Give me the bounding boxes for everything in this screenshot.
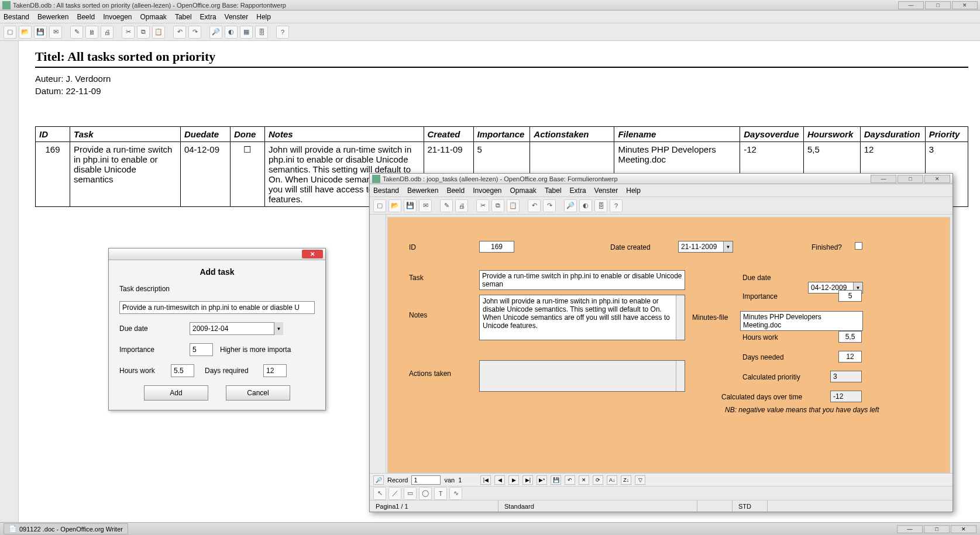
scrollbar[interactable] (676, 361, 685, 391)
desc-input[interactable] (119, 301, 315, 314)
tb-min-icon[interactable]: — (897, 525, 923, 533)
paste-icon[interactable]: 📋 (507, 199, 520, 212)
form-canvas[interactable]: ID 169 Date created 21-11-2009▼ Finished… (387, 217, 950, 473)
hours-input[interactable] (171, 364, 194, 377)
menu-venster[interactable]: Venster (225, 13, 249, 21)
prev-record-icon[interactable]: ◀ (494, 475, 505, 485)
new-icon[interactable]: ▢ (373, 199, 386, 212)
undo-icon[interactable]: ↶ (528, 199, 541, 212)
days-input[interactable] (263, 364, 287, 377)
rect-icon[interactable]: ▭ (404, 487, 417, 500)
datasources-icon[interactable]: 🗄 (594, 199, 607, 212)
menu-bewerken[interactable]: Bewerken (37, 13, 68, 21)
menu-bewerken[interactable]: Bewerken (407, 187, 438, 195)
menu-tabel[interactable]: Tabel (175, 13, 192, 21)
help-icon[interactable]: ? (276, 26, 289, 39)
menu-invoegen[interactable]: Invoegen (103, 13, 132, 21)
menu-beeld[interactable]: Beeld (446, 187, 465, 195)
cut-icon[interactable]: ✂ (476, 199, 489, 212)
new-record-icon[interactable]: ▶* (537, 475, 547, 485)
tb-close-icon[interactable]: ✕ (951, 525, 976, 533)
menu-extra[interactable]: Extra (200, 13, 216, 21)
record-current[interactable] (411, 475, 441, 485)
copy-icon[interactable]: ⧉ (137, 26, 150, 39)
menu-opmaak[interactable]: Opmaak (510, 187, 537, 195)
date-created-field[interactable]: 21-11-2009▼ (678, 241, 733, 253)
menu-venster[interactable]: Venster (594, 187, 618, 195)
find-icon[interactable]: 🔎 (564, 199, 577, 212)
id-field[interactable]: 169 (479, 241, 514, 253)
menu-bestand[interactable]: Bestand (373, 187, 399, 195)
redo-icon[interactable]: ↷ (188, 26, 201, 39)
importance-field[interactable]: 5 (838, 290, 862, 302)
chevron-down-icon[interactable]: ▼ (723, 241, 733, 252)
menu-opmaak[interactable]: Opmaak (140, 13, 167, 21)
finished-checkbox[interactable] (855, 242, 862, 250)
open-icon[interactable]: 📂 (19, 26, 32, 39)
print-icon[interactable]: 🖨 (101, 26, 114, 39)
cut-icon[interactable]: ✂ (122, 26, 135, 39)
print-icon[interactable]: 🖨 (455, 199, 468, 212)
curve-icon[interactable]: ∿ (449, 487, 462, 500)
find-record-icon[interactable]: 🔎 (373, 475, 384, 485)
refresh-icon[interactable]: ⟳ (593, 475, 603, 485)
save-icon[interactable]: 💾 (34, 26, 47, 39)
redo-icon[interactable]: ↷ (543, 199, 556, 212)
minimize-button[interactable]: — (898, 1, 924, 9)
menu-help[interactable]: Help (256, 13, 271, 21)
filter-icon[interactable]: ▽ (635, 475, 645, 485)
maximize-button[interactable]: □ (898, 175, 923, 183)
text-icon[interactable]: T (434, 487, 447, 500)
navigator-icon[interactable]: ◐ (579, 199, 592, 212)
due-drop-icon[interactable]: ▼ (274, 322, 283, 335)
undo-icon[interactable]: ↶ (173, 26, 186, 39)
importance-input[interactable] (190, 343, 213, 356)
menu-tabel[interactable]: Tabel (545, 187, 562, 195)
mail-icon[interactable]: ✉ (49, 26, 62, 39)
gallery-icon[interactable]: ▦ (240, 26, 253, 39)
last-record-icon[interactable]: ▶| (522, 475, 533, 485)
menu-beeld[interactable]: Beeld (77, 13, 95, 21)
mail-icon[interactable]: ✉ (419, 199, 432, 212)
dialog-close-icon[interactable]: ✕ (302, 250, 323, 258)
edit-icon[interactable]: ✎ (70, 26, 83, 39)
menu-help[interactable]: Help (626, 187, 641, 195)
notes-field[interactable]: John will provide a run-time switch in p… (479, 295, 685, 340)
sort-asc-icon[interactable]: A↓ (607, 475, 617, 485)
scrollbar[interactable] (676, 295, 685, 340)
tb-max-icon[interactable]: □ (924, 525, 950, 533)
cancel-button[interactable]: Cancel (226, 385, 290, 401)
print-preview-icon[interactable]: 🗎 (85, 26, 98, 39)
close-button[interactable]: ✕ (924, 175, 950, 183)
menu-bestand[interactable]: Bestand (4, 13, 29, 21)
sort-desc-icon[interactable]: Z↓ (621, 475, 631, 485)
datasources-icon[interactable]: 🗄 (255, 26, 268, 39)
hours-field[interactable]: 5,5 (838, 331, 862, 343)
menu-extra[interactable]: Extra (570, 187, 586, 195)
select-tool-icon[interactable]: ↖ (373, 487, 386, 500)
next-record-icon[interactable]: ▶ (508, 475, 519, 485)
navigator-icon[interactable]: ◐ (225, 26, 238, 39)
close-button[interactable]: ✕ (952, 1, 978, 9)
paste-icon[interactable]: 📋 (152, 26, 165, 39)
task-field[interactable]: Provide a run-time switch in php.ini to … (479, 270, 685, 290)
dialog-header[interactable]: ✕ (109, 248, 325, 260)
help-icon[interactable]: ? (610, 199, 623, 212)
save-record-icon[interactable]: 💾 (551, 475, 561, 485)
find-icon[interactable]: 🔎 (209, 26, 222, 39)
new-icon[interactable]: ▢ (4, 26, 16, 39)
delete-record-icon[interactable]: ✕ (579, 475, 589, 485)
minutes-field[interactable]: Minutes PHP Developers Meeting.doc (740, 311, 863, 331)
taskbar-item[interactable]: 📄 091122 .doc - OpenOffice.org Writer (4, 523, 128, 534)
maximize-button[interactable]: □ (925, 1, 951, 9)
save-icon[interactable]: 💾 (404, 199, 417, 212)
actions-field[interactable] (479, 360, 685, 392)
edit-icon[interactable]: ✎ (440, 199, 453, 212)
open-icon[interactable]: 📂 (388, 199, 401, 212)
copy-icon[interactable]: ⧉ (491, 199, 504, 212)
menu-invoegen[interactable]: Invoegen (473, 187, 501, 195)
ellipse-icon[interactable]: ◯ (419, 487, 432, 500)
first-record-icon[interactable]: |◀ (480, 475, 491, 485)
daysneeded-field[interactable]: 12 (838, 351, 862, 363)
add-button[interactable]: Add (144, 385, 208, 401)
